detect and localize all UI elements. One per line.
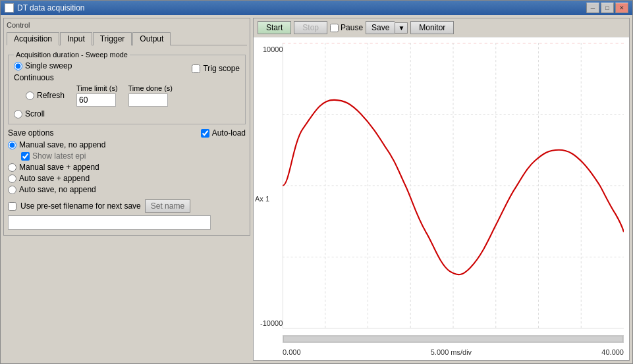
show-latest-checkbox[interactable]: [21, 152, 30, 161]
filename-input[interactable]: [8, 215, 211, 230]
monitor-button[interactable]: Monitor: [410, 21, 454, 34]
refresh-radio[interactable]: [26, 91, 34, 100]
continuous-section: Continuous Refresh Time limit (s): [14, 73, 185, 118]
single-sweep-radio[interactable]: [14, 62, 22, 70]
save-options-title: Save options: [8, 128, 53, 138]
save-option-1: Manual save + append: [8, 163, 246, 172]
continuous-label: Continuous: [14, 73, 54, 82]
pause-checkbox[interactable]: [330, 24, 339, 32]
window-title: DT data acquisition: [17, 3, 85, 13]
chart-svg: [283, 43, 624, 328]
main-window: ▦ DT data acquisition ─ □ ✕ Control Acqu…: [0, 0, 633, 364]
y-max-label: 10000: [263, 45, 283, 53]
tab-trigger[interactable]: Trigger: [93, 32, 132, 45]
title-bar: ▦ DT data acquisition ─ □ ✕: [1, 1, 632, 15]
trig-scope-section: Trig scope: [192, 64, 240, 73]
single-sweep-row: Single sweep: [14, 61, 185, 70]
scroll-radio[interactable]: [14, 110, 22, 118]
x-axis-labels: 0.000 5.000 ms/div 40.000: [283, 348, 624, 356]
save-option-3: Auto save, no append: [8, 185, 246, 194]
x-start-label: 0.000: [283, 348, 301, 356]
save-radio-group: Manual save, no append Show latest epi M…: [8, 140, 246, 194]
x-scrollbar[interactable]: [283, 335, 624, 343]
preset-checkbox[interactable]: [8, 202, 16, 211]
save-options-header: Save options Auto-load: [8, 128, 246, 138]
trig-scope-label: Trig scope: [203, 64, 240, 73]
tab-acquisition[interactable]: Acquisition: [7, 32, 59, 45]
window-body: Control Acquisition Input Trigger Output…: [1, 15, 632, 363]
auto-load-checkbox[interactable]: [201, 129, 209, 138]
right-panel: Start Stop Pause Save ▼ Monitor Ax 1: [253, 18, 630, 361]
time-inputs: Time limit (s): [76, 84, 118, 107]
save-dropdown-button[interactable]: ▼: [395, 22, 408, 34]
preset-label: Use pre-set filename for next save: [20, 201, 141, 211]
time-done-label: Time done (s): [128, 84, 173, 92]
save-label-3: Auto save, no append: [19, 185, 96, 194]
tab-output[interactable]: Output: [132, 32, 171, 45]
pause-label: Pause: [341, 23, 363, 32]
refresh-label: Refresh: [37, 91, 65, 100]
minimize-button[interactable]: ─: [586, 3, 599, 13]
stop-button[interactable]: Stop: [294, 21, 327, 34]
auto-load-row: Auto-load: [201, 128, 246, 138]
save-button[interactable]: Save: [366, 21, 395, 34]
save-option-0: Manual save, no append: [8, 140, 246, 149]
close-button[interactable]: ✕: [615, 3, 628, 13]
start-button[interactable]: Start: [258, 21, 291, 34]
trig-scope-checkbox[interactable]: [192, 65, 200, 73]
time-done-group: Time done (s): [128, 84, 173, 107]
sweep-fieldset: Acquisition duration - Sweep mode Single…: [8, 51, 246, 124]
tab-content-acquisition: Acquisition duration - Sweep mode Single…: [7, 48, 247, 232]
title-bar-controls: ─ □ ✕: [586, 3, 628, 13]
save-label-2: Auto save + append: [19, 174, 90, 183]
save-radio-0[interactable]: [8, 141, 16, 149]
set-name-button[interactable]: Set name: [145, 199, 190, 213]
save-radio-3[interactable]: [8, 186, 16, 194]
sweep-legend: Acquisition duration - Sweep mode: [14, 51, 130, 59]
time-done-input[interactable]: [128, 93, 168, 107]
title-bar-left: ▦ DT data acquisition: [5, 3, 85, 13]
pause-row: Pause: [330, 23, 363, 32]
main-content: Control Acquisition Input Trigger Output…: [3, 18, 630, 361]
save-label-1: Manual save + append: [19, 163, 99, 172]
save-radio-1[interactable]: [8, 163, 16, 172]
preset-row: Use pre-set filename for next save Set n…: [8, 199, 246, 213]
scroll-row: Scroll: [14, 109, 185, 118]
chart-toolbar: Start Stop Pause Save ▼ Monitor: [254, 18, 629, 38]
time-row: Refresh Time limit (s) Time done (s: [26, 84, 185, 107]
save-radio-2[interactable]: [8, 174, 16, 183]
app-icon: ▦: [5, 3, 14, 13]
chart-area: Ax 1 10000 -10000: [254, 38, 629, 360]
tab-input[interactable]: Input: [60, 32, 92, 45]
trig-scope-row: Trig scope: [192, 64, 240, 73]
time-limit-input[interactable]: [76, 93, 116, 107]
auto-load-label: Auto-load: [212, 128, 246, 138]
y-min-label: -10000: [260, 319, 283, 327]
x-end-label: 40.000: [601, 348, 624, 356]
save-option-2: Auto save + append: [8, 174, 246, 183]
x-mid-label: 5.000 ms/div: [431, 348, 472, 356]
y-axis-label: Ax 1: [255, 195, 269, 203]
save-options-section: Save options Auto-load Manual save, no a…: [8, 128, 246, 230]
save-btn-group: Save ▼: [366, 21, 408, 34]
save-label-0: Manual save, no append: [19, 140, 105, 149]
scroll-label: Scroll: [25, 109, 45, 118]
show-latest-label: Show latest epi: [32, 151, 86, 161]
time-limit-label: Time limit (s): [76, 84, 118, 92]
left-panel: Control Acquisition Input Trigger Output…: [3, 18, 250, 361]
single-sweep-label: Single sweep: [25, 61, 72, 70]
refresh-row: Refresh: [26, 91, 65, 100]
control-group-title: Control: [7, 21, 247, 29]
control-group: Control Acquisition Input Trigger Output…: [3, 18, 250, 236]
maximize-button[interactable]: □: [601, 3, 614, 13]
show-latest-row: Show latest epi: [21, 151, 246, 161]
tabs-bar: Acquisition Input Trigger Output: [7, 32, 247, 45]
